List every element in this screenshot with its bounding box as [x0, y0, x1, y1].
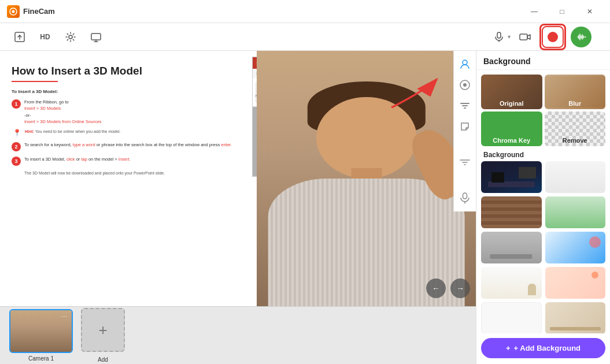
step-1-text: From the Ribbon, go to Insert > 3D Model…	[24, 99, 102, 125]
bg-row-3	[481, 232, 605, 263]
svg-rect-5	[497, 32, 501, 38]
bg-thumb-9[interactable]	[481, 302, 542, 333]
window-controls: — □ ✕	[521, 3, 603, 20]
step-2: 2 To search for a keyword, type a word o…	[12, 142, 264, 151]
bg-thumb-8[interactable]	[545, 267, 606, 299]
record-icon	[548, 32, 558, 42]
bg-thumb-7[interactable]	[481, 267, 542, 299]
bg-thumb-10[interactable]	[545, 302, 606, 333]
person-video	[257, 51, 476, 306]
edge-avatar-icon[interactable]	[456, 55, 474, 73]
bg-thumb-1[interactable]	[481, 161, 542, 193]
edge-filter-icon[interactable]	[456, 97, 474, 114]
add-camera-button[interactable]: +	[81, 308, 125, 352]
export-button[interactable]	[9, 27, 30, 47]
minimize-button[interactable]: —	[521, 3, 548, 20]
camera-thumb-menu[interactable]: ···	[61, 313, 68, 320]
svg-rect-4	[91, 34, 101, 40]
camera-1-label: Camera 1	[28, 355, 54, 362]
slide-divider	[12, 81, 58, 82]
toolbar: HD ▾	[0, 23, 610, 51]
audio-wave-button[interactable]	[571, 27, 591, 47]
hint-row: 📍 Hint: You need to be online when you a…	[13, 129, 264, 137]
blur-bg-option[interactable]: Blur	[545, 75, 606, 109]
edge-sticker-icon[interactable]	[456, 118, 474, 135]
title-bar: FineCam — □ ✕	[0, 0, 610, 23]
bg-row-1	[481, 161, 605, 193]
svg-point-17	[463, 83, 467, 87]
camera-1-thumbnail[interactable]: ···	[9, 309, 73, 353]
next-arrow-button[interactable]: →	[450, 278, 470, 298]
bg-thumb-5[interactable]	[481, 232, 542, 263]
add-background-icon: +	[506, 344, 511, 352]
prev-arrow-button[interactable]: ←	[426, 278, 446, 298]
bg-row-4	[481, 267, 605, 299]
camera-1-container: ··· Camera 1	[9, 309, 73, 362]
original-bg-option[interactable]: Original	[481, 75, 542, 109]
edge-panel	[453, 51, 476, 211]
mic-chevron-icon[interactable]: ▾	[508, 34, 511, 40]
step-1: 1 From the Ribbon, go to Insert > 3D Mod…	[12, 99, 264, 125]
add-camera-label: Add	[98, 356, 108, 363]
step-3-text: To insert a 3D Model, click or tap on th…	[24, 156, 131, 162]
bg-section-label: Background	[476, 148, 610, 161]
panel-title: Background	[483, 57, 531, 66]
slide-content: How to Insert a 3D Model To Insert a 3D …	[0, 51, 276, 306]
svg-rect-19	[462, 105, 468, 106]
chroma-key-option[interactable]: Chroma Key	[481, 112, 542, 146]
bg-thumb-2[interactable]	[545, 161, 606, 193]
step-3: 3 To insert a 3D Model, click or tap on …	[12, 156, 264, 166]
original-label: Original	[481, 100, 542, 107]
bg-thumb-6[interactable]	[545, 232, 606, 263]
hd-label: HD	[40, 33, 50, 41]
step-1-number: 1	[12, 99, 21, 109]
svg-point-15	[463, 60, 467, 65]
app-name: FineCam	[23, 7, 55, 16]
bg-thumb-4[interactable]	[545, 196, 606, 228]
camera-area: How to Insert a 3D Model To Insert a 3D …	[0, 51, 476, 364]
bg-type-buttons: Original Blur Chroma Key Remove	[476, 70, 610, 148]
hd-button[interactable]: HD	[35, 27, 56, 47]
remove-label: Remove	[545, 137, 606, 144]
camera-button[interactable]	[515, 27, 535, 47]
mic-button[interactable]	[491, 28, 507, 46]
remove-bg-option[interactable]: Remove	[545, 112, 606, 146]
hint-text: Hint: You need to be online when you add…	[25, 129, 120, 133]
close-button[interactable]: ✕	[576, 3, 603, 20]
settings-button[interactable]	[60, 27, 81, 47]
slide-subtitle: To Insert a 3D Model:	[12, 89, 264, 94]
edge-mic-icon[interactable]	[456, 190, 474, 207]
add-background-button[interactable]: + + Add Background	[481, 338, 605, 358]
record-button[interactable]	[542, 26, 564, 48]
svg-point-3	[69, 35, 72, 39]
right-panel: Background Original Blur Chroma Key Remo…	[476, 51, 610, 364]
record-button-highlight	[539, 24, 566, 50]
chroma-label: Chroma Key	[481, 137, 542, 144]
edge-effect-icon[interactable]	[456, 76, 474, 94]
hint-icon: 📍	[13, 129, 21, 137]
panel-header: Background	[476, 51, 610, 70]
toolbar-right: ▾	[491, 24, 591, 50]
svg-rect-18	[460, 103, 469, 104]
blur-label: Blur	[545, 100, 606, 107]
maximize-button[interactable]: □	[549, 3, 575, 20]
app-logo: FineCam	[7, 5, 55, 18]
edge-adjust-icon[interactable]	[456, 154, 474, 171]
add-camera-container: + Add	[80, 308, 126, 363]
svg-point-1	[12, 10, 15, 13]
main-area: How to Insert a 3D Model To Insert a 3D …	[0, 51, 610, 364]
screen-share-button[interactable]	[86, 27, 106, 47]
add-background-label: + Add Background	[514, 344, 581, 352]
add-camera-icon: +	[98, 321, 107, 339]
mic-group: ▾	[491, 28, 511, 46]
svg-rect-20	[464, 107, 466, 109]
slide-title: How to Insert a 3D Model	[12, 65, 264, 77]
bg-row-5	[481, 302, 605, 333]
bottom-strip: ··· Camera 1 + Add	[0, 306, 476, 364]
svg-rect-6	[520, 34, 527, 40]
svg-rect-21	[463, 193, 467, 199]
step-2-number: 2	[12, 142, 21, 151]
bg-grid	[476, 161, 610, 333]
bg-thumb-3[interactable]	[481, 196, 542, 228]
slide-preview: How to Insert a 3D Model To Insert a 3D …	[0, 51, 476, 306]
